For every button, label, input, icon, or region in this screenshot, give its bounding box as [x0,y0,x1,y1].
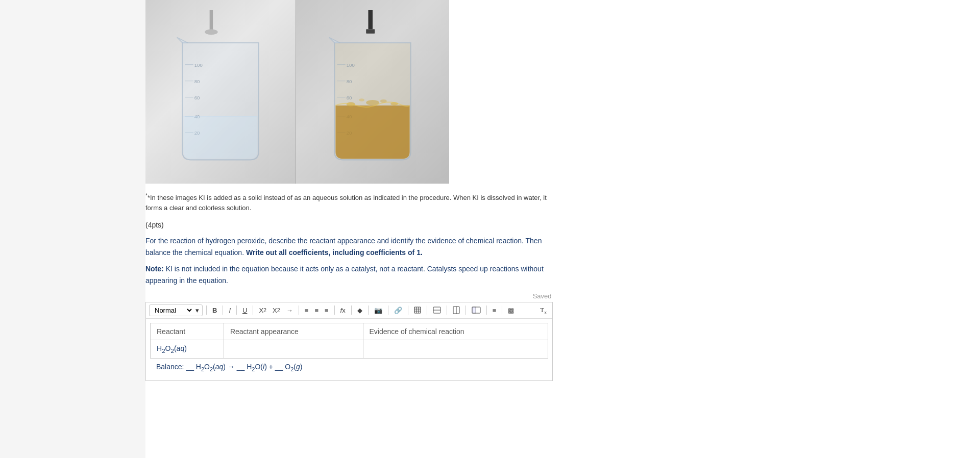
unordered-list-button[interactable]: ≡ [312,306,321,315]
separator-6 [334,306,335,315]
svg-text:60: 60 [347,95,352,100]
arrow-button[interactable]: → [284,306,295,315]
question-paragraph: For the reaction of hydrogen peroxide, d… [145,235,553,258]
editor-content[interactable]: Reactant Reactant appearance Evidence of… [146,319,552,380]
table-row-button[interactable] [431,306,443,315]
italic-button[interactable]: I [227,306,233,315]
superscript-button[interactable]: X2 [271,306,282,315]
indent-button[interactable]: ≡ [323,306,331,315]
balance-label: Balance: [156,363,184,371]
svg-rect-40 [472,307,476,313]
chevron-down-icon: ▾ [195,307,199,314]
link-button[interactable]: 🔗 [392,306,404,315]
underline-button[interactable]: U [240,306,249,315]
separator-11 [427,306,427,315]
svg-rect-0 [210,10,213,32]
special-char-button[interactable]: ◆ [355,306,364,315]
svg-point-28 [359,98,364,101]
svg-text:60: 60 [194,95,200,100]
list-align-button[interactable]: ≡ [491,306,499,315]
separator-2 [223,306,223,315]
separator-4 [253,306,253,315]
svg-text:100: 100 [194,62,203,68]
style-dropdown[interactable]: NormalHeading 1Heading 2Heading 3 [153,306,193,315]
clear-format-button[interactable]: Tx [538,305,549,316]
separator-10 [408,306,408,315]
table-button[interactable] [412,306,423,315]
table-header-row: Reactant Reactant appearance Evidence of… [151,323,548,340]
svg-text:80: 80 [194,79,200,84]
svg-text:80: 80 [347,79,352,84]
svg-rect-30 [414,307,421,313]
separator-12 [447,306,447,315]
rich-text-editor: NormalHeading 1Heading 2Heading 3 ▾ B I … [145,302,553,381]
points-label: (4pts) [145,221,553,229]
separator-8 [368,306,369,315]
separator-3 [236,306,237,315]
footnote-text: **In these images KI is added as a solid… [145,192,553,213]
right-margin [573,0,981,458]
ordered-list-button[interactable]: ≡ [303,306,311,315]
separator-5 [299,306,299,315]
separator-13 [465,306,466,315]
note-paragraph: Note: KI is not included in the equation… [145,263,553,286]
beaker-right-image: 100 80 60 40 20 [296,0,449,184]
separator-7 [351,306,352,315]
note-body: KI is not included in the equation becau… [145,265,544,284]
balance-equation: __ H2O2(aq) → __ H2O(l) + __ O2(g) [186,363,302,371]
merge-cell-button[interactable] [470,306,483,315]
image-button[interactable]: 📷 [372,306,384,315]
saved-indicator: Saved [145,292,553,300]
svg-rect-14 [366,29,375,34]
separator-15 [502,306,502,315]
saved-text: Saved [533,292,552,300]
reactant-cell: H2O2(aq) [151,340,224,358]
svg-text:100: 100 [347,62,355,68]
question-bold-text: Write out all coefficients, including co… [246,248,423,257]
note-label: Note: [145,265,164,273]
svg-rect-13 [368,10,373,29]
table-col-button[interactable] [451,305,462,315]
col-header-evidence: Evidence of chemical reaction [363,323,548,340]
separator-1 [206,306,207,315]
chart-button[interactable]: ▩ [506,306,516,315]
left-margin [0,0,145,458]
content-area: 100 80 60 40 20 [145,0,573,458]
data-table: Reactant Reactant appearance Evidence of… [150,323,548,359]
col-header-appearance: Reactant appearance [224,323,363,340]
table-row: H2O2(aq) [151,340,548,358]
separator-14 [486,306,487,315]
bold-button[interactable]: B [210,306,219,315]
separator-9 [388,306,388,315]
balance-equation-row: Balance: __ H2O2(aq) → __ H2O(l) + __ O2… [150,359,548,376]
col-header-reactant: Reactant [151,323,224,340]
style-selector[interactable]: NormalHeading 1Heading 2Heading 3 ▾ [149,304,203,316]
svg-point-1 [205,29,218,35]
editor-toolbar: NormalHeading 1Heading 2Heading 3 ▾ B I … [146,302,552,319]
subscript-button[interactable]: X2 [257,306,268,315]
appearance-cell[interactable] [224,340,363,358]
beaker-left-image: 100 80 60 40 20 [145,0,296,184]
evidence-cell[interactable] [363,340,548,358]
formula-button[interactable]: fx [338,306,348,315]
beaker-images: 100 80 60 40 20 [145,0,449,184]
